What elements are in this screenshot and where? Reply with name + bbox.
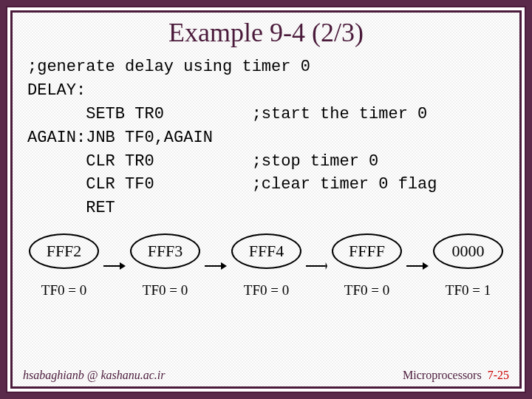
svg-marker-1	[120, 262, 126, 270]
state-node: FFF3 TF0 = 0	[130, 233, 200, 299]
code-line: DELAY:	[27, 81, 86, 100]
state-tf-label: TF0 = 0	[344, 282, 389, 299]
state-value: FFF3	[130, 233, 200, 269]
code-line: CLR TR0 ;stop timer 0	[27, 152, 378, 171]
state-tf-label: TF0 = 0	[41, 282, 86, 299]
svg-marker-7	[423, 262, 429, 270]
slide-outer-frame: Example 9-4 (2/3) ;generate delay using …	[6, 6, 526, 393]
state-tf-label: TF0 = 0	[244, 282, 289, 299]
slide-inner-frame: Example 9-4 (2/3) ;generate delay using …	[10, 10, 522, 389]
state-node: FFF4 TF0 = 0	[231, 233, 301, 299]
svg-marker-3	[221, 262, 227, 270]
state-node: FFFF TF0 = 0	[332, 233, 402, 299]
code-block: ;generate delay using timer 0 DELAY: SET…	[13, 55, 519, 220]
slide-footer: hsabaghianb @ kashanu.ac.ir Microprocess…	[23, 369, 509, 382]
code-line: AGAIN:JNB TF0,AGAIN	[27, 129, 213, 147]
footer-right: Microprocessors 7-25	[403, 369, 509, 382]
code-line: RET	[27, 199, 115, 217]
code-line: SETB TR0 ;start the timer 0	[27, 105, 427, 123]
arrow-icon	[103, 248, 126, 284]
svg-marker-5	[326, 262, 327, 270]
footer-pagenum: 7-25	[488, 369, 509, 381]
state-tf-label: TF0 = 1	[446, 282, 491, 299]
state-tf-label: TF0 = 0	[143, 282, 188, 299]
arrow-icon	[205, 248, 227, 284]
state-value: FFF2	[29, 233, 99, 269]
state-value: FFFF	[332, 233, 402, 269]
arrow-icon	[406, 248, 429, 284]
arrow-icon	[306, 248, 327, 284]
state-value: FFF4	[231, 233, 301, 269]
footer-course: Microprocessors	[403, 369, 482, 381]
state-diagram: FFF2 TF0 = 0 FFF3 TF0 = 0 FFF4 TF0 = 0 F…	[13, 220, 519, 299]
state-node: 0000 TF0 = 1	[433, 233, 503, 299]
state-value: 0000	[433, 233, 503, 269]
code-line: ;generate delay using timer 0	[27, 58, 310, 76]
slide-title: Example 9-4 (2/3)	[13, 17, 519, 48]
state-node: FFF2 TF0 = 0	[29, 233, 99, 299]
footer-author: hsabaghianb @ kashanu.ac.ir	[23, 369, 166, 382]
code-line: CLR TF0 ;clear timer 0 flag	[27, 175, 437, 194]
